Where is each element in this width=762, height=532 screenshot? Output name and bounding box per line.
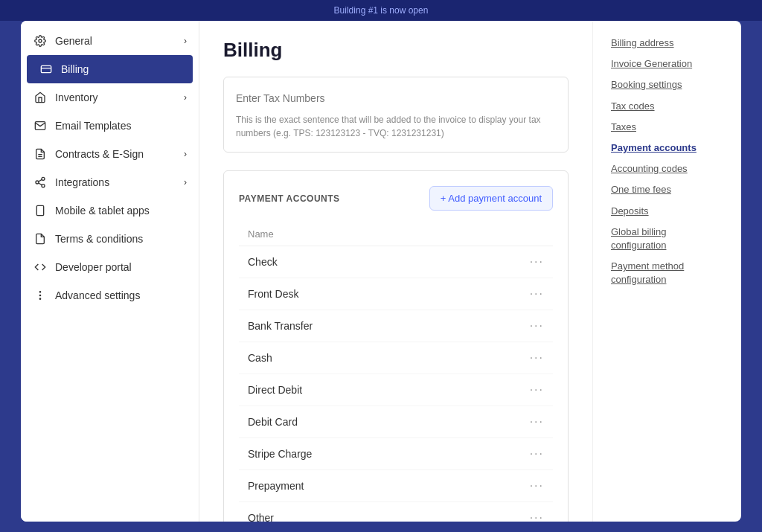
- add-payment-account-button[interactable]: + Add payment account: [429, 186, 553, 211]
- page-title: Billing: [223, 39, 569, 62]
- table-row: Bank Transfer ···: [239, 310, 553, 342]
- developer-icon: [33, 260, 48, 275]
- right-nav-item-accounting-codes[interactable]: Accounting codes: [605, 158, 729, 179]
- banner-text: Building #1 is now open: [334, 5, 429, 16]
- sidebar-item-label: Mobile & tablet apps: [55, 205, 150, 217]
- chevron-right-icon: ›: [184, 177, 187, 188]
- row-name: Bank Transfer: [248, 320, 313, 332]
- chevron-right-icon: ›: [184, 36, 187, 46]
- sidebar-item-label: Advanced settings: [55, 289, 140, 301]
- row-actions-button[interactable]: ···: [530, 447, 544, 461]
- sidebar-item-label: Terms & conditions: [55, 233, 143, 245]
- row-name: Direct Debit: [248, 384, 302, 396]
- right-nav-item-payment-accounts[interactable]: Payment accounts: [605, 138, 729, 158]
- sidebar-item-mobile[interactable]: Mobile & tablet apps: [21, 196, 199, 225]
- sidebar-item-email-templates[interactable]: Email Templates: [21, 112, 199, 140]
- sidebar-item-terms[interactable]: Terms & conditions: [21, 225, 199, 253]
- table-row: Other ···: [239, 502, 553, 522]
- row-name: Cash: [248, 352, 272, 364]
- gear-icon: [33, 33, 48, 48]
- sidebar-item-contracts[interactable]: Contracts & E-Sign ›: [21, 140, 199, 168]
- section-header: PAYMENT ACCOUNTS + Add payment account: [239, 186, 553, 211]
- chevron-right-icon: ›: [184, 92, 187, 103]
- table-row: Prepayment ···: [239, 470, 553, 502]
- right-nav-item-deposits[interactable]: Deposits: [605, 201, 729, 222]
- sidebar-item-label: Inventory: [55, 92, 98, 103]
- tax-numbers-input[interactable]: [236, 89, 556, 107]
- svg-rect-1: [41, 65, 51, 72]
- right-nav-item-billing-address[interactable]: Billing address: [605, 33, 729, 54]
- sidebar-item-billing[interactable]: Billing: [27, 55, 193, 83]
- svg-point-0: [39, 39, 42, 42]
- mobile-icon: [33, 203, 48, 218]
- row-name: Front Desk: [248, 288, 298, 300]
- row-name: Prepayment: [248, 480, 304, 492]
- main-content: Billing This is the exact sentence that …: [199, 21, 592, 522]
- billing-icon: [39, 62, 54, 77]
- sidebar-item-developer[interactable]: Developer portal: [21, 253, 199, 281]
- row-actions-button[interactable]: ···: [530, 415, 544, 429]
- advanced-icon: [33, 288, 48, 303]
- right-nav-item-global-billing[interactable]: Global billing configuration: [605, 222, 729, 256]
- email-icon: [33, 118, 48, 133]
- svg-line-9: [39, 179, 42, 182]
- tax-description: This is the exact sentence that will be …: [236, 113, 556, 140]
- row-actions-button[interactable]: ···: [530, 351, 544, 365]
- svg-point-6: [36, 181, 39, 184]
- table-row: Cash ···: [239, 342, 553, 374]
- contracts-icon: [33, 147, 48, 161]
- table-row: Check ···: [239, 246, 553, 278]
- row-actions-button[interactable]: ···: [530, 287, 544, 301]
- tax-input-section: This is the exact sentence that will be …: [223, 77, 569, 153]
- sidebar: General › Billing Inventory: [21, 21, 199, 522]
- row-name: Check: [248, 256, 278, 268]
- right-nav-item-taxes[interactable]: Taxes: [605, 117, 729, 138]
- sidebar-item-label: Contracts & E-Sign: [55, 148, 144, 160]
- sidebar-item-label: Billing: [61, 63, 89, 75]
- integrations-icon: [33, 175, 48, 190]
- section-title: PAYMENT ACCOUNTS: [239, 193, 340, 204]
- row-actions-button[interactable]: ···: [530, 255, 544, 269]
- right-navigation: Billing addressInvoice GenerationBooking…: [592, 21, 741, 522]
- row-name: Other: [248, 512, 274, 522]
- svg-point-13: [39, 292, 40, 292]
- sidebar-item-general[interactable]: General ›: [21, 27, 199, 55]
- chevron-right-icon: ›: [184, 149, 187, 159]
- table-header: Name: [239, 222, 553, 246]
- row-actions-button[interactable]: ···: [530, 319, 544, 333]
- payment-rows-container: Check ··· Front Desk ··· Bank Transfer ·…: [239, 246, 553, 522]
- row-actions-button[interactable]: ···: [530, 383, 544, 397]
- sidebar-item-label: Integrations: [55, 176, 109, 188]
- svg-point-12: [39, 295, 40, 295]
- svg-point-7: [42, 185, 45, 188]
- row-name: Stripe Charge: [248, 448, 312, 460]
- terms-icon: [33, 231, 48, 246]
- sidebar-item-integrations[interactable]: Integrations ›: [21, 168, 199, 196]
- sidebar-item-label: Developer portal: [55, 261, 132, 273]
- row-name: Debit Card: [248, 416, 298, 428]
- table-row: Stripe Charge ···: [239, 438, 553, 470]
- svg-line-8: [39, 183, 42, 185]
- inventory-icon: [33, 90, 48, 105]
- table-row: Front Desk ···: [239, 278, 553, 310]
- sidebar-item-advanced[interactable]: Advanced settings: [21, 281, 199, 310]
- right-nav-item-tax-codes[interactable]: Tax codes: [605, 96, 729, 117]
- right-nav-item-payment-method[interactable]: Payment method configuration: [605, 256, 729, 290]
- right-nav-item-invoice-generation[interactable]: Invoice Generation: [605, 54, 729, 74]
- row-actions-button[interactable]: ···: [530, 511, 544, 522]
- sidebar-item-inventory[interactable]: Inventory ›: [21, 83, 199, 112]
- table-row: Direct Debit ···: [239, 374, 553, 406]
- right-nav-item-one-time-fees[interactable]: One time fees: [605, 179, 729, 200]
- sidebar-item-label: General: [55, 35, 92, 47]
- table-row: Debit Card ···: [239, 406, 553, 438]
- svg-point-14: [39, 298, 40, 299]
- payment-accounts-section: PAYMENT ACCOUNTS + Add payment account N…: [223, 170, 569, 522]
- svg-point-5: [42, 177, 45, 180]
- row-actions-button[interactable]: ···: [530, 479, 544, 493]
- right-nav-item-booking-settings[interactable]: Booking settings: [605, 74, 729, 95]
- sidebar-item-label: Email Templates: [55, 120, 131, 132]
